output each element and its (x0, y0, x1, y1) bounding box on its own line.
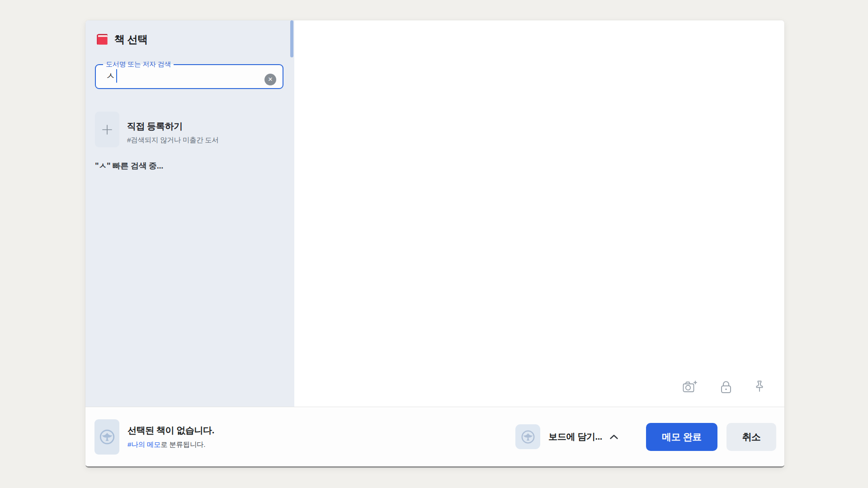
red-book-icon (95, 33, 108, 46)
no-book-title: 선택된 책이 없습니다. (127, 424, 214, 436)
note-editor-panel[interactable] (294, 20, 784, 407)
search-input-value: ㅅ (106, 70, 115, 82)
pin-icon[interactable] (754, 380, 765, 395)
book-select-sidebar: 책 선택 도서명 또는 저자 검색 ㅅ ✕ (85, 20, 294, 407)
text-cursor (116, 69, 117, 83)
board-picker-thumbnail[interactable] (515, 424, 540, 449)
no-book-subtitle: #나의 메모로 분류됩니다. (127, 440, 214, 450)
book-note-modal: 책 선택 도서명 또는 저자 검색 ㅅ ✕ (85, 20, 784, 468)
clear-search-button[interactable]: ✕ (264, 74, 276, 85)
camera-add-icon[interactable] (682, 380, 698, 394)
search-status-text: "ㅅ" 빠른 검색 중... (95, 160, 285, 171)
modal-footer: 선택된 책이 없습니다. #나의 메모로 분류됩니다. 보드에 담기... 메모… (85, 407, 784, 466)
footer-actions: 보드에 담기... 메모 완료 취소 (515, 423, 776, 451)
save-note-button[interactable]: 메모 완료 (646, 423, 717, 451)
book-search-field[interactable]: 도서명 또는 저자 검색 ㅅ ✕ (95, 60, 283, 89)
sidebar-scrollbar-thumb[interactable] (290, 20, 293, 57)
editor-toolbar (682, 380, 765, 395)
sidebar-title: 책 선택 (114, 33, 147, 47)
selected-book-placeholder (94, 419, 119, 455)
board-picker-label[interactable]: 보드에 담기... (548, 431, 602, 443)
no-book-subtitle-rest: 로 분류됩니다. (160, 441, 205, 448)
selected-book-status: 선택된 책이 없습니다. #나의 메모로 분류됩니다. (127, 424, 214, 450)
default-board-link[interactable]: #나의 메모 (127, 441, 160, 448)
sidebar-header: 책 선택 (95, 32, 285, 47)
manual-register-tile[interactable] (95, 112, 119, 147)
chevron-up-icon[interactable] (609, 433, 619, 441)
lock-icon[interactable] (720, 380, 732, 394)
manual-register-item[interactable]: 직접 등록하기 #검색되지 않거나 미출간 도서 (95, 112, 285, 147)
bird-logo-icon (520, 429, 536, 445)
manual-register-title: 직접 등록하기 (127, 120, 219, 132)
bird-logo-icon (99, 428, 116, 446)
manual-register-subtitle: #검색되지 않거나 미출간 도서 (127, 136, 219, 145)
search-input[interactable]: ㅅ (96, 67, 283, 85)
search-field-label: 도서명 또는 저자 검색 (103, 60, 174, 69)
manual-register-texts: 직접 등록하기 #검색되지 않거나 미출간 도서 (127, 112, 219, 147)
plus-icon (101, 123, 113, 136)
cancel-button[interactable]: 취소 (726, 423, 776, 451)
modal-main: 책 선택 도서명 또는 저자 검색 ㅅ ✕ (85, 20, 784, 407)
